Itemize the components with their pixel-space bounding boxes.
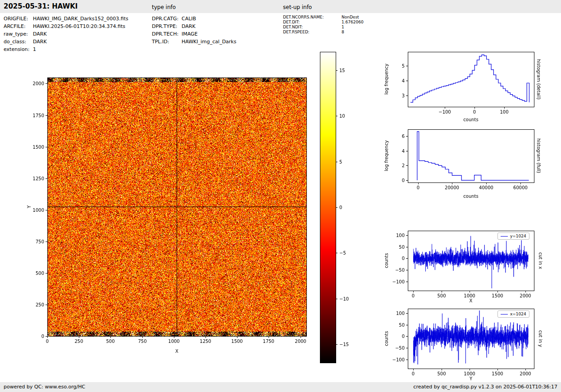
histogram-detail-y-axis-label: log frequency (383, 52, 389, 107)
legend-line-icon (501, 314, 508, 315)
rawtype-value: DARK (33, 31, 47, 37)
ndit-value: 1 (342, 25, 344, 29)
raw-dark-frame-image (23, 70, 315, 363)
colorbar (318, 50, 351, 365)
dpr-catg-label: DPR.CATG: (152, 15, 182, 23)
dpr-catg-value: CALIB (182, 16, 196, 22)
legend-line-icon (501, 236, 508, 237)
doclass-label: do_class: (4, 38, 33, 46)
info-row-rspeed: DET.RSPEED:8 (283, 30, 364, 35)
arcfile-label: ARCFILE: (4, 23, 33, 30)
rspeed-label: DET.RSPEED: (283, 30, 342, 35)
info-row-extension: extension:1 (4, 46, 128, 53)
arcfile-value: HAWKI.2025-06-01T10:20:34.374.fits (33, 23, 125, 29)
footer-powered-by-link[interactable]: powered by QC: www.eso.org/HC (4, 384, 85, 390)
cut-in-x-legend-label: y=1024 (510, 233, 526, 239)
cut-in-y-legend: x=1024 (497, 310, 529, 318)
histogram-full-x-axis-label: counts (408, 194, 534, 199)
origfile-label: ORIGFILE: (4, 15, 33, 23)
origfile-value: HAWKI_IMG_DARK_Darks152_0003.fits (33, 16, 128, 22)
qc-report-page: 2025-05-31: HAWKI type info set-up info … (0, 0, 561, 392)
footer-created-by-text: created by qc_rawdisp.py v1.2.3 on 2025-… (413, 384, 557, 390)
dpr-type-label: DPR.TYPE: (152, 23, 182, 30)
info-row-ndit: DET.NDIT:1 (283, 25, 364, 30)
cut-in-x-side-label: cut in x (538, 231, 543, 291)
histogram-full-side-label: histogram (full) (536, 129, 542, 182)
info-row-dpr-type: DPR.TYPE:DARK (152, 23, 236, 30)
ndit-label: DET.NDIT: (283, 25, 342, 30)
histogram-full-plot (383, 126, 538, 203)
histogram-full-y-axis-label: log frequency (383, 129, 389, 182)
main-y-axis-label: Y (26, 77, 32, 336)
cut-in-x-x-axis-label: X (408, 298, 534, 303)
cut-in-y-legend-label: x=1024 (510, 311, 526, 317)
tpl-id-value: HAWKI_img_cal_Darks (182, 39, 236, 45)
info-row-rawtype: raw_type:DARK (4, 30, 128, 38)
extension-label: extension: (4, 46, 33, 53)
cut-in-x-y-axis-label: counts (383, 231, 389, 291)
file-info-block: ORIGFILE:HAWKI_IMG_DARK_Darks152_0003.fi… (4, 15, 128, 53)
tpl-id-label: TPL.ID: (152, 38, 182, 46)
dit-value: 1.6762060 (342, 20, 364, 24)
type-info-heading: type info (152, 4, 176, 10)
info-row-dpr-catg: DPR.CATG:CALIB (152, 15, 236, 23)
cut-in-y-side-label: cut in y (538, 309, 543, 369)
info-row-dit: DET.DIT:1.6762060 (283, 20, 364, 25)
footer-bar: powered by QC: www.eso.org/HC created by… (0, 382, 561, 392)
dpr-tech-value: IMAGE (182, 31, 198, 37)
extension-value: 1 (33, 46, 36, 52)
cut-in-y-x-axis-label: Y (408, 376, 534, 381)
info-row-doclass: do_class:DARK (4, 38, 128, 46)
main-x-axis-label: X (47, 349, 306, 354)
setup-info-block: DET.NCORRS.NAME:NonDest DET.DIT:1.676206… (283, 15, 364, 35)
dpr-tech-label: DPR.TECH: (152, 30, 182, 38)
info-row-ncorrs: DET.NCORRS.NAME:NonDest (283, 15, 364, 20)
doclass-value: DARK (33, 39, 47, 45)
info-row-dpr-tech: DPR.TECH:IMAGE (152, 30, 236, 38)
histogram-detail-side-label: histogram (detail) (536, 52, 542, 107)
ncorrs-label: DET.NCORRS.NAME: (283, 15, 342, 20)
rawtype-label: raw_type: (4, 30, 33, 38)
histogram-detail-x-axis-label: counts (408, 117, 534, 122)
cut-in-x-legend: y=1024 (497, 232, 529, 240)
rspeed-value: 8 (342, 30, 344, 34)
info-row-origfile: ORIGFILE:HAWKI_IMG_DARK_Darks152_0003.fi… (4, 15, 128, 23)
histogram-detail-plot (383, 49, 538, 125)
info-row-tpl-id: TPL.ID:HAWKI_img_cal_Darks (152, 38, 236, 46)
type-info-block: DPR.CATG:CALIB DPR.TYPE:DARK DPR.TECH:IM… (152, 15, 236, 46)
ncorrs-value: NonDest (342, 15, 359, 19)
dit-label: DET.DIT: (283, 20, 342, 25)
header-bar: 2025-05-31: HAWKI type info set-up info (0, 0, 561, 13)
page-title: 2025-05-31: HAWKI (4, 2, 78, 10)
setup-info-heading: set-up info (283, 4, 312, 10)
info-row-arcfile: ARCFILE:HAWKI.2025-06-01T10:20:34.374.fi… (4, 23, 128, 30)
cut-in-y-y-axis-label: counts (383, 309, 389, 369)
dpr-type-value: DARK (182, 23, 196, 29)
